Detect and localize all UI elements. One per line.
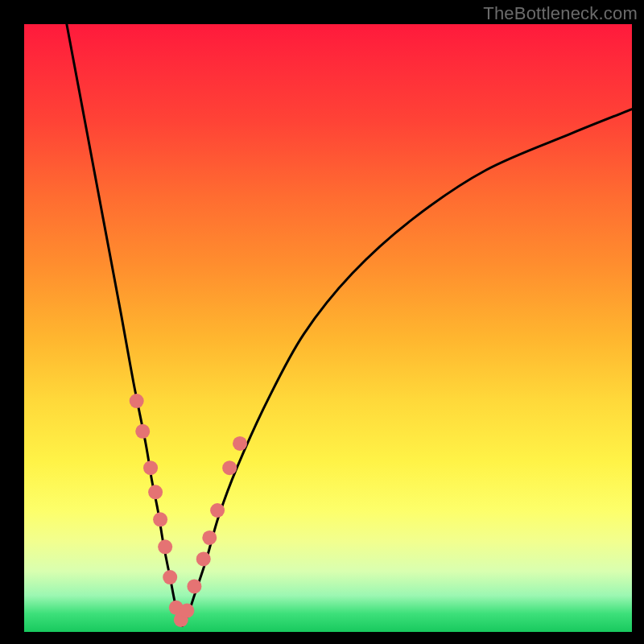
- marker-dot: [210, 503, 225, 518]
- outer-frame: TheBottleneck.com: [0, 0, 644, 644]
- marker-dot: [187, 579, 201, 593]
- chart-svg: [24, 24, 632, 632]
- marker-dot: [180, 604, 194, 618]
- watermark-text: TheBottleneck.com: [483, 3, 638, 24]
- marker-dot: [143, 460, 158, 475]
- marker-dot: [222, 460, 237, 475]
- marker-dot: [163, 570, 177, 584]
- marker-dot: [158, 539, 172, 554]
- plot-area: [24, 24, 632, 632]
- curve-right-branch: [182, 109, 632, 626]
- marker-dot: [153, 512, 167, 526]
- marker-dot: [130, 394, 144, 408]
- marker-dot: [233, 436, 247, 451]
- marker-dots: [130, 394, 247, 627]
- marker-dot: [196, 551, 211, 566]
- marker-dot: [148, 485, 163, 499]
- marker-dot: [135, 424, 150, 439]
- curve-left-branch: [67, 24, 182, 625]
- marker-dot: [202, 530, 217, 545]
